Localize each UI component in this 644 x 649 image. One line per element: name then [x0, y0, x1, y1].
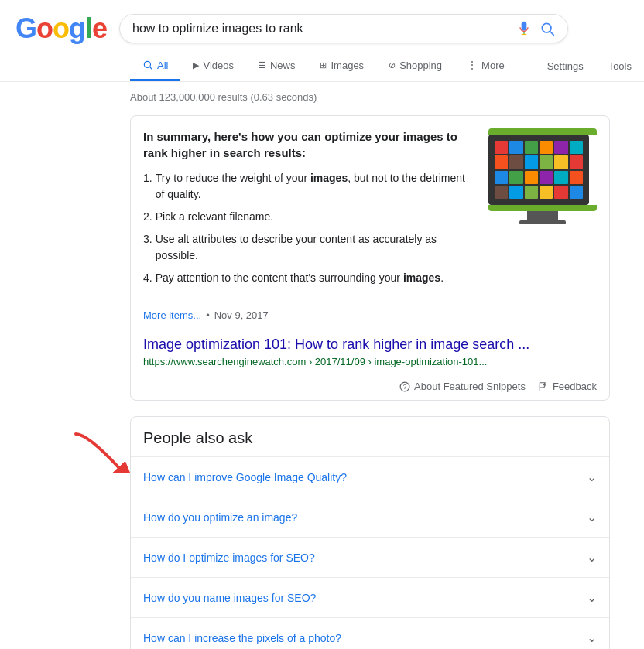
snippet-list: 1. Try to reduce the weight of your imag… — [143, 170, 476, 286]
monitor-cell-17 — [570, 171, 583, 184]
snippet-content: In summary, here's how you can optimize … — [131, 116, 609, 305]
monitor-cell-3 — [540, 141, 553, 154]
monitor-cell-21 — [540, 186, 553, 199]
snippet-title: In summary, here's how you can optimize … — [143, 128, 476, 161]
monitor-cell-1 — [509, 141, 522, 154]
nav-tabs: All ▶ Videos ☰ News ⊞ Images ⊘ Shopping … — [0, 45, 644, 82]
paa-items-container: How can I improve Google Image Quality?⌄… — [131, 456, 609, 649]
header: Google — [0, 0, 644, 45]
settings-tab[interactable]: Settings — [535, 53, 596, 80]
images-tab-icon: ⊞ — [320, 60, 327, 70]
chevron-down-icon-3: ⌄ — [587, 590, 597, 605]
monitor-cell-2 — [525, 141, 538, 154]
results-area: About 123,000,000 results (0.63 seconds)… — [0, 82, 619, 649]
monitor-cell-8 — [525, 155, 538, 169]
monitor-cell-14 — [525, 171, 538, 184]
question-circle-icon: ? — [399, 381, 410, 392]
tab-more-label: More — [481, 60, 505, 71]
paa-question-3: How do you name images for SEO? — [143, 592, 316, 604]
monitor-stand — [527, 211, 558, 220]
chevron-down-icon-0: ⌄ — [587, 470, 597, 484]
snippet-actions: ? About Featured Snippets Feedback — [131, 377, 609, 400]
tools-tab[interactable]: Tools — [596, 53, 644, 80]
monitor-cell-22 — [554, 186, 567, 199]
svg-text:?: ? — [403, 384, 407, 391]
result-link-section: Image optimization 101: How to rank high… — [131, 329, 609, 377]
paa-item-4[interactable]: How can I increase the pixels of a photo… — [131, 617, 609, 649]
paa-question-4: How can I increase the pixels of a photo… — [143, 632, 341, 644]
paa-question-0: How can I improve Google Image Quality? — [143, 471, 347, 483]
news-tab-icon: ☰ — [259, 60, 266, 70]
paa-item-1[interactable]: How do you optimize an image?⌄ — [131, 497, 609, 537]
chevron-down-icon-4: ⌄ — [587, 630, 597, 645]
monitor-cell-4 — [554, 141, 567, 154]
more-tab-icon: ⋮ — [467, 59, 478, 71]
monitor-cell-12 — [495, 171, 508, 184]
list-item-4: 4. Pay attention to the content that's s… — [143, 270, 476, 286]
list-item-2: 2. Pick a relevant filename. — [143, 209, 476, 225]
tab-all[interactable]: All — [130, 52, 180, 81]
paa-item-3[interactable]: How do you name images for SEO?⌄ — [131, 577, 609, 617]
paa-question-1: How do you optimize an image? — [143, 511, 297, 524]
paa-item-2[interactable]: How do I optimize images for SEO?⌄ — [131, 537, 609, 577]
mic-icon[interactable] — [516, 21, 532, 36]
all-tab-icon — [142, 60, 153, 70]
svg-line-3 — [150, 67, 152, 70]
monitor-base — [519, 220, 566, 224]
monitor-cell-0 — [495, 141, 508, 154]
monitor-cell-5 — [570, 141, 583, 154]
monitor-cell-13 — [509, 171, 522, 184]
feedback-button[interactable]: Feedback — [538, 381, 597, 392]
monitor-cell-10 — [554, 155, 567, 169]
monitor-top-bar — [488, 128, 597, 135]
monitor-cell-23 — [570, 186, 583, 199]
monitor-cell-9 — [540, 155, 553, 169]
snippet-footer: More items... • Nov 9, 2017 — [131, 305, 609, 329]
tab-images-label: Images — [331, 60, 364, 71]
monitor-cell-6 — [495, 155, 508, 169]
monitor-cell-15 — [540, 171, 553, 184]
tab-news[interactable]: ☰ News — [246, 52, 308, 81]
chevron-down-icon-2: ⌄ — [587, 550, 597, 565]
monitor-cell-16 — [554, 171, 567, 184]
monitor-cell-19 — [509, 186, 522, 199]
snippet-text: In summary, here's how you can optimize … — [143, 128, 476, 292]
paa-question-2: How do I optimize images for SEO? — [143, 552, 315, 564]
shopping-tab-icon: ⊘ — [389, 60, 396, 70]
tab-videos-label: Videos — [203, 60, 234, 71]
results-count: About 123,000,000 results (0.63 seconds) — [130, 91, 619, 103]
tab-all-label: All — [157, 60, 168, 71]
videos-tab-icon: ▶ — [193, 60, 199, 70]
featured-snippet: In summary, here's how you can optimize … — [130, 115, 610, 401]
result-title[interactable]: Image optimization 101: How to rank high… — [143, 335, 597, 354]
search-bar[interactable] — [119, 14, 568, 43]
tab-shopping[interactable]: ⊘ Shopping — [376, 52, 454, 81]
red-arrow — [72, 430, 134, 473]
tab-more[interactable]: ⋮ More — [454, 51, 517, 81]
monitor-cell-18 — [495, 186, 508, 199]
more-items-link[interactable]: More items... — [143, 309, 201, 321]
paa-wrapper: People also ask How can I improve Google… — [130, 416, 619, 649]
chevron-down-icon-1: ⌄ — [587, 510, 597, 524]
search-icons — [516, 21, 555, 36]
search-icon[interactable] — [540, 21, 555, 36]
paa-section: People also ask How can I improve Google… — [130, 416, 610, 649]
flag-icon — [538, 381, 549, 392]
monitor-screen — [495, 141, 583, 199]
monitor-cell-20 — [525, 186, 538, 199]
svg-line-1 — [550, 32, 554, 36]
monitor-cell-7 — [509, 155, 522, 169]
snippet-date: Nov 9, 2017 — [214, 309, 269, 321]
tab-videos[interactable]: ▶ Videos — [180, 52, 246, 81]
monitor-cell-11 — [570, 155, 583, 169]
about-snippets-btn[interactable]: ? About Featured Snippets — [399, 381, 526, 392]
snippet-image — [488, 128, 597, 292]
list-item-3: 3. Use alt attributes to describe your c… — [143, 231, 476, 264]
tab-images[interactable]: ⊞ Images — [307, 52, 376, 81]
paa-title: People also ask — [131, 417, 609, 456]
monitor — [488, 135, 589, 205]
search-input[interactable] — [132, 22, 516, 36]
result-url: https://www.searchenginewatch.com › 2017… — [143, 356, 597, 367]
list-item-1: 1. Try to reduce the weight of your imag… — [143, 170, 476, 203]
paa-item-0[interactable]: How can I improve Google Image Quality?⌄ — [131, 456, 609, 497]
